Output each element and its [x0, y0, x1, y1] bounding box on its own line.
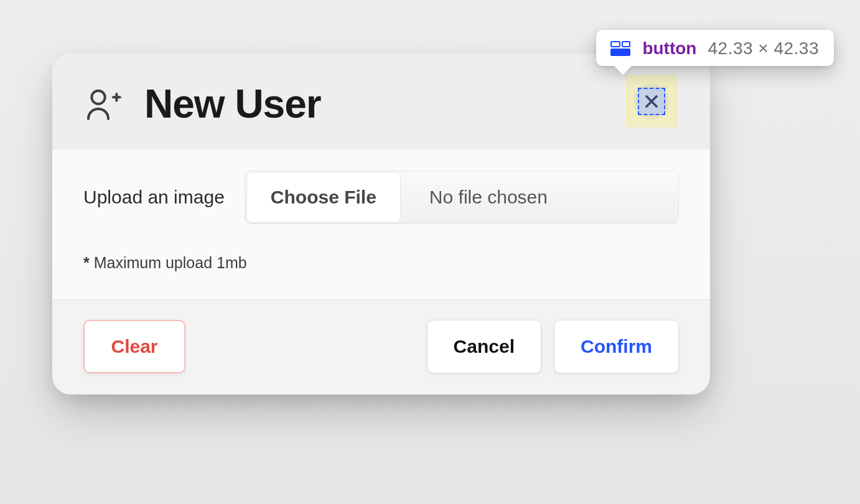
upload-label: Upload an image: [83, 187, 225, 208]
dialog-title: New User: [144, 81, 321, 127]
inspect-element-tag: button: [642, 39, 696, 58]
clear-button[interactable]: Clear: [83, 320, 185, 373]
svg-point-0: [91, 91, 105, 104]
file-status-text: No file chosen: [402, 187, 548, 208]
svg-rect-7: [611, 49, 630, 55]
dialog-body: Upload an image Choose File No file chos…: [52, 149, 710, 299]
close-icon: [638, 88, 665, 115]
file-input[interactable]: Choose File No file chosen: [245, 170, 679, 224]
confirm-button[interactable]: Confirm: [554, 320, 679, 373]
devtools-inspect-tooltip: button 42.33 × 42.33: [596, 30, 834, 66]
upload-note: * Maximum upload 1mb: [83, 254, 679, 272]
close-button[interactable]: [625, 75, 678, 128]
cancel-button[interactable]: Cancel: [427, 320, 541, 373]
svg-rect-5: [611, 42, 620, 47]
devtools-highlight: [625, 75, 678, 128]
flex-layout-icon: [610, 40, 631, 57]
dialog-header: New User: [52, 54, 710, 149]
new-user-dialog: New User Upload an image: [52, 54, 710, 394]
inspect-dimensions: 42.33 × 42.33: [708, 39, 819, 58]
choose-file-button[interactable]: Choose File: [246, 172, 401, 223]
dialog-footer: Clear Cancel Confirm: [52, 299, 710, 394]
user-plus-icon: [83, 84, 123, 124]
svg-rect-6: [622, 42, 630, 47]
